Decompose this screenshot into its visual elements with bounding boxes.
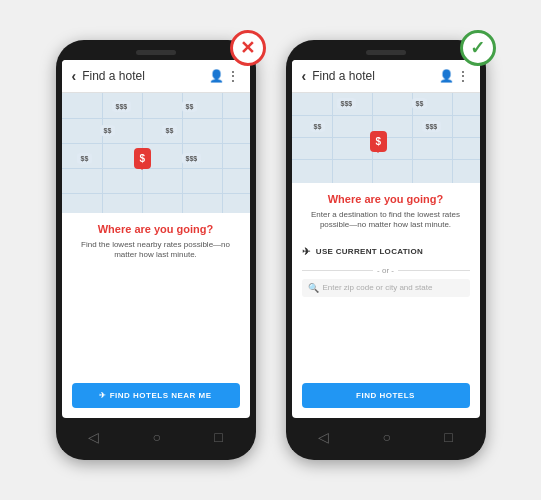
phone-speaker-good [366,50,406,55]
nav-home-icon[interactable]: ○ [383,429,391,445]
active-price-tag: $ [134,148,152,169]
bad-question-sub: Find the lowest nearby rates possible—no… [72,240,240,261]
good-map: $$$ $$ $$ $$$ $ [292,93,480,183]
good-phone-screen: ‹ Find a hotel 👤 ⋮ $$$ $$ $$ $$$ [292,60,480,418]
search-placeholder-text: Enter zip code or city and state [323,283,433,292]
map-line [452,93,453,183]
bad-phone-wrapper: ✕ ‹ Find a hotel 👤 ⋮ [56,40,256,460]
map-line [222,93,223,213]
bad-content: Where are you going? Find the lowest nea… [62,213,250,418]
search-row: 🔍 Enter zip code or city and state [302,279,470,297]
bad-badge: ✕ [230,30,266,66]
good-header-title: Find a hotel [312,69,433,83]
nav-home-icon[interactable]: ○ [153,429,161,445]
good-phone: ‹ Find a hotel 👤 ⋮ $$$ $$ $$ $$$ [286,40,486,460]
price-tag: $$$ [112,101,132,112]
bad-phone: ‹ Find a hotel 👤 ⋮ $$$ $$ $$ [56,40,256,460]
location-btn-label: USE CURRENT LOCATION [316,247,423,256]
nav-recents-icon[interactable]: □ [444,429,452,445]
location-icon: ✈ [302,246,310,257]
good-app-header: ‹ Find a hotel 👤 ⋮ [292,60,480,93]
search-icon: 🔍 [308,283,319,293]
map-line [332,93,333,183]
bad-map: $$$ $$ $$ $$ $$ $$$ $ [62,93,250,213]
back-arrow-good[interactable]: ‹ [302,68,307,84]
price-tag: $$ [77,153,93,164]
price-tag: $$ [100,125,116,136]
price-tag: $$$ [337,98,357,109]
divider: - or - [302,266,470,275]
bad-app-header: ‹ Find a hotel 👤 ⋮ [62,60,250,93]
nav-back-icon[interactable]: ◁ [318,429,329,445]
nav-back-icon[interactable]: ◁ [88,429,99,445]
phone-speaker-bad [136,50,176,55]
price-tag: $$$ [182,153,202,164]
good-question-title: Where are you going? [328,193,444,205]
use-current-location-button[interactable]: ✈ USE CURRENT LOCATION [302,241,470,262]
good-phone-wrapper: ✓ ‹ Find a hotel 👤 ⋮ $$$ [286,40,486,460]
good-content: Where are you going? Enter a destination… [292,183,480,418]
back-arrow-bad[interactable]: ‹ [72,68,77,84]
good-question-sub: Enter a destination to find the lowest r… [302,210,470,231]
active-price-tag: $ [370,131,388,152]
good-header-icons: 👤 ⋮ [439,69,469,83]
bad-question-title: Where are you going? [98,223,214,235]
bad-header-title: Find a hotel [82,69,203,83]
bad-nav-bar: ◁ ○ □ [62,423,250,450]
price-tag: $$ [182,101,198,112]
find-hotels-button[interactable]: FIND HOTELS [302,383,470,408]
find-hotels-near-me-button[interactable]: ✈ FIND HOTELS NEAR ME [72,383,240,408]
nav-recents-icon[interactable]: □ [214,429,222,445]
price-tag: $$ [412,98,428,109]
map-line [102,93,103,213]
divider-line-left [302,270,374,271]
good-nav-bar: ◁ ○ □ [292,423,480,450]
bad-header-icons: 👤 ⋮ [209,69,239,83]
divider-line-right [398,270,470,271]
or-text: - or - [377,266,394,275]
price-tag: $$ [162,125,178,136]
bad-phone-screen: ‹ Find a hotel 👤 ⋮ $$$ $$ $$ [62,60,250,418]
price-tag: $$$ [422,121,442,132]
good-badge: ✓ [460,30,496,66]
price-tag: $$ [310,121,326,132]
